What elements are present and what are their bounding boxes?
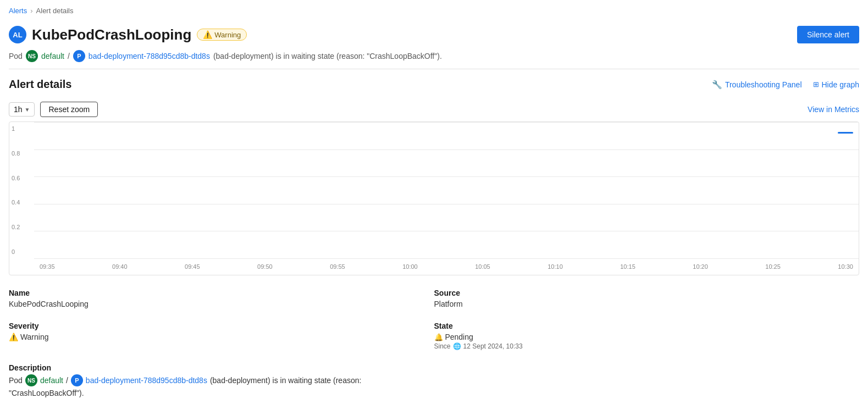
- troubleshooting-icon: 🔧: [712, 80, 722, 90]
- hide-graph-label: Hide graph: [822, 80, 860, 89]
- state-since-date: 12 Sept 2024, 10:33: [463, 342, 523, 350]
- breadcrumb-current: Alert details: [36, 7, 74, 15]
- view-in-metrics-link[interactable]: View in Metrics: [808, 105, 859, 114]
- description-value: Pod NS default / P bad-deployment-788d95…: [9, 374, 859, 386]
- grid-line-top: [34, 122, 859, 123]
- x-label-0950: 09:50: [257, 263, 273, 270]
- severity-warning-icon: ⚠️: [9, 333, 18, 341]
- x-label-1010: 10:10: [548, 263, 563, 270]
- severity-value-text: Warning: [20, 333, 49, 341]
- x-label-1020: 10:20: [693, 263, 708, 270]
- y-label-04: 0.4: [12, 199, 31, 206]
- globe-icon: 🌐: [453, 342, 461, 350]
- time-range-value: 1h: [14, 105, 23, 114]
- pod-info-line: Pod NS default / P bad-deployment-788d95…: [0, 50, 868, 69]
- chevron-down-icon: ▼: [25, 107, 30, 113]
- troubleshooting-panel-link[interactable]: 🔧 Troubleshooting Panel: [712, 80, 802, 90]
- header-actions: 🔧 Troubleshooting Panel ⊞ Hide graph: [712, 80, 859, 90]
- source-value: Platform: [434, 300, 860, 308]
- pod-description: (bad-deployment) is in waiting state (re…: [213, 52, 442, 60]
- alert-name: KubePodCrashLooping: [32, 26, 191, 43]
- desc-p-badge: P: [71, 374, 83, 386]
- graph-content: [34, 122, 859, 258]
- severity-label: Severity: [9, 322, 434, 330]
- x-label-0935: 09:35: [40, 263, 55, 270]
- warning-badge-label: Warning: [214, 31, 241, 39]
- desc-pod-link[interactable]: bad-deployment-788d95cd8b-dtd8s: [86, 376, 207, 385]
- hide-graph-icon: ⊞: [813, 80, 819, 88]
- desc-pod-prefix: Pod: [9, 376, 23, 385]
- breadcrumb: Alerts › Alert details: [0, 0, 868, 21]
- y-label-08: 0.8: [12, 150, 31, 157]
- desc-namespace-link[interactable]: default: [40, 376, 63, 385]
- description-label: Description: [9, 363, 859, 372]
- name-value: KubePodCrashLooping: [9, 300, 434, 308]
- section-header: Alert details 🔧 Troubleshooting Panel ⊞ …: [0, 69, 868, 97]
- pod-name-link[interactable]: bad-deployment-788d95cd8b-dtd8s: [89, 52, 210, 60]
- pod-prefix: Pod: [9, 52, 23, 60]
- x-label-0955: 09:55: [330, 263, 345, 270]
- breadcrumb-alerts-link[interactable]: Alerts: [9, 7, 27, 15]
- alert-title-group: AL KubePodCrashLooping ⚠️ Warning: [9, 26, 247, 43]
- desc-ns-badge: NS: [25, 374, 37, 386]
- grid-line-20: [34, 231, 859, 231]
- desc-reason-line: "CrashLoopBackOff").: [9, 389, 859, 397]
- graph-area: 0 0.2 0.4 0.6 0.8 1 09:35 09:40 09:45 09…: [9, 121, 859, 275]
- ns-badge: NS: [26, 50, 38, 62]
- state-value-text: Pending: [445, 333, 473, 341]
- x-label-1030: 10:30: [838, 263, 853, 270]
- detail-state-block: State 🔔 Pending Since 🌐 12 Sept 2024, 10…: [434, 322, 860, 363]
- p-badge: P: [73, 50, 85, 62]
- x-axis: 09:35 09:40 09:45 09:50 09:55 10:00 10:0…: [34, 258, 859, 275]
- graph-toolbar: 1h ▼ Reset zoom View in Metrics: [0, 97, 868, 121]
- time-range-select[interactable]: 1h ▼: [9, 102, 35, 117]
- toolbar-left: 1h ▼ Reset zoom: [9, 102, 98, 117]
- state-since-prefix: Since: [434, 342, 451, 350]
- x-label-1015: 10:15: [620, 263, 635, 270]
- silence-alert-button[interactable]: Silence alert: [797, 26, 859, 43]
- alert-details-title: Alert details: [9, 78, 71, 91]
- desc-sep: /: [66, 376, 68, 385]
- state-since: Since 🌐 12 Sept 2024, 10:33: [434, 342, 860, 350]
- details-section: Name KubePodCrashLooping Source Platform…: [0, 275, 868, 411]
- x-label-1025: 10:25: [765, 263, 781, 270]
- x-label-1005: 10:05: [475, 263, 490, 270]
- warning-icon: ⚠️: [203, 30, 212, 39]
- pod-sep: /: [68, 52, 70, 60]
- alert-avatar: AL: [9, 26, 26, 43]
- state-label: State: [434, 322, 860, 330]
- grid-line-80: [34, 150, 859, 150]
- detail-name-block: Name KubePodCrashLooping: [9, 289, 434, 322]
- name-label: Name: [9, 289, 434, 297]
- y-label-02: 0.2: [12, 224, 31, 230]
- y-label-1: 1: [12, 125, 31, 132]
- x-label-1000: 10:00: [402, 263, 418, 270]
- troubleshooting-panel-label: Troubleshooting Panel: [725, 80, 802, 89]
- grid-line-60: [34, 176, 859, 177]
- bell-icon: 🔔: [434, 333, 443, 341]
- source-label: Source: [434, 289, 860, 297]
- hide-graph-link[interactable]: ⊞ Hide graph: [813, 80, 860, 89]
- severity-value: ⚠️ Warning: [9, 333, 434, 341]
- warning-badge: ⚠️ Warning: [197, 29, 247, 41]
- y-label-0: 0: [12, 248, 31, 255]
- state-value: 🔔 Pending: [434, 333, 860, 341]
- desc-suffix: (bad-deployment) is in waiting state (re…: [210, 376, 361, 385]
- alert-header: AL KubePodCrashLooping ⚠️ Warning Silenc…: [0, 21, 868, 50]
- detail-source-block: Source Platform: [434, 289, 860, 322]
- x-label-0945: 09:45: [185, 263, 200, 270]
- y-label-06: 0.6: [12, 175, 31, 181]
- y-axis: 0 0.2 0.4 0.6 0.8 1: [9, 122, 34, 258]
- namespace-link[interactable]: default: [41, 52, 64, 60]
- detail-severity-block: Severity ⚠️ Warning: [9, 322, 434, 363]
- breadcrumb-separator: ›: [30, 7, 32, 15]
- x-label-0940: 09:40: [112, 263, 128, 270]
- detail-description-block: Description Pod NS default / P bad-deplo…: [9, 363, 859, 411]
- grid-line-40: [34, 204, 859, 204]
- reset-zoom-button[interactable]: Reset zoom: [40, 102, 98, 117]
